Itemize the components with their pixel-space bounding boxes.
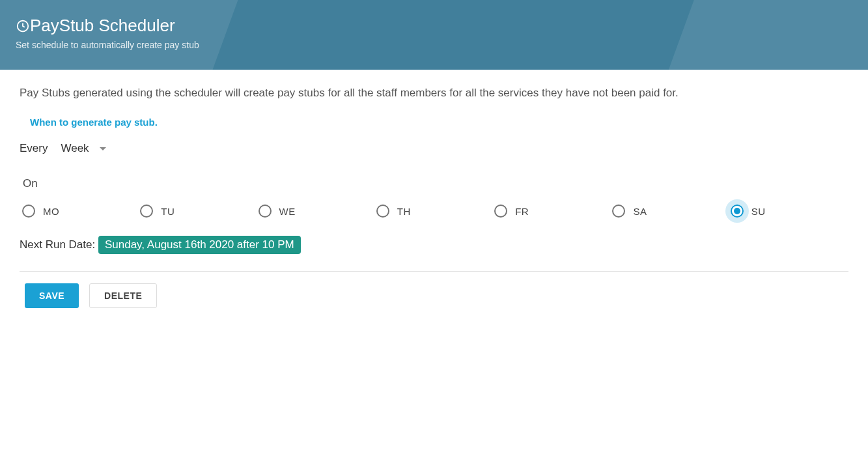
page-header: PayStub Scheduler Set schedule to automa…: [0, 0, 868, 70]
day-option-fr[interactable]: FR: [494, 205, 612, 218]
content-area: Pay Stubs generated using the scheduler …: [4, 70, 864, 324]
radio-icon: [376, 205, 389, 218]
delete-button[interactable]: Delete: [89, 283, 157, 308]
day-label: SU: [751, 206, 766, 217]
day-option-su[interactable]: SU: [731, 205, 848, 218]
radio-icon: [140, 205, 153, 218]
day-label: WE: [279, 206, 296, 217]
day-option-sa[interactable]: SA: [612, 205, 730, 218]
frequency-row: Every Week: [20, 142, 848, 155]
chevron-down-icon: [100, 147, 106, 150]
frequency-dropdown[interactable]: Week: [61, 142, 105, 155]
days-row: MO TU WE TH FR SA SU: [20, 205, 848, 218]
day-label: MO: [43, 206, 59, 217]
radio-icon: [612, 205, 625, 218]
day-option-we[interactable]: WE: [259, 205, 376, 218]
clock-icon: [16, 19, 30, 33]
section-label: When to generate pay stub.: [30, 117, 848, 128]
radio-icon: [259, 205, 272, 218]
page-subtitle: Set schedule to automatically create pay…: [16, 40, 852, 50]
day-label: TU: [161, 206, 175, 217]
on-label: On: [23, 177, 848, 190]
radio-icon: [22, 205, 35, 218]
next-run-badge: Sunday, August 16th 2020 after 10 PM: [98, 236, 301, 254]
day-label: FR: [515, 206, 529, 217]
next-run-row: Next Run Date: Sunday, August 16th 2020 …: [20, 236, 848, 254]
day-option-th[interactable]: TH: [376, 205, 494, 218]
next-run-label: Next Run Date:: [20, 238, 98, 251]
page-title: PayStub Scheduler: [30, 16, 175, 36]
day-label: SA: [633, 206, 647, 217]
divider: [20, 271, 848, 272]
day-label: TH: [397, 206, 411, 217]
button-row: Save Delete: [20, 283, 848, 308]
radio-icon: [494, 205, 507, 218]
radio-icon: [731, 205, 744, 218]
day-option-mo[interactable]: MO: [22, 205, 140, 218]
day-option-tu[interactable]: TU: [140, 205, 258, 218]
frequency-label: Every: [20, 142, 48, 155]
description-text: Pay Stubs generated using the scheduler …: [20, 87, 848, 100]
frequency-value: Week: [61, 142, 89, 155]
save-button[interactable]: Save: [25, 283, 79, 308]
